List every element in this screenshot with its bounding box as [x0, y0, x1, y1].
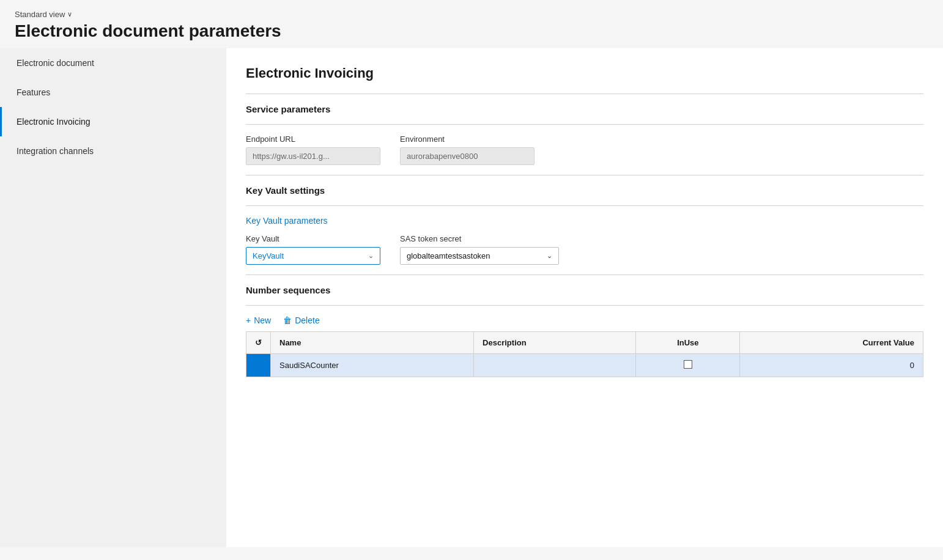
- description-column-header: Description: [474, 332, 636, 354]
- key-vault-settings-title: Key Vault settings: [246, 185, 923, 196]
- number-sequences-table: ↺ Name Description InUse Current Value S…: [246, 331, 923, 377]
- page-title: Electronic document parameters: [15, 21, 928, 41]
- chevron-down-icon: ∨: [67, 10, 72, 18]
- refresh-icon-header[interactable]: ↺: [246, 332, 271, 354]
- sas-token-dropdown[interactable]: globalteamtestsastoken ⌄: [400, 247, 559, 265]
- key-vault-dropdown[interactable]: KeyVault ⌄: [246, 247, 380, 265]
- inuse-cell[interactable]: [636, 354, 740, 377]
- endpoint-url-label: Endpoint URL: [246, 134, 380, 144]
- divider-3: [246, 175, 923, 175]
- number-sequences-title: Number sequences: [246, 285, 923, 295]
- inuse-column-header: InUse: [636, 332, 740, 354]
- sidebar-item-electronic-document[interactable]: Electronic document: [0, 48, 226, 78]
- standard-view[interactable]: Standard view ∨: [15, 10, 928, 19]
- sas-token-dropdown-value: globalteamtestsastoken: [407, 251, 490, 260]
- sas-token-group: SAS token secret globalteamtestsastoken …: [400, 234, 559, 265]
- current-value-column-header: Current Value: [740, 332, 923, 354]
- sidebar: Electronic documentFeaturesElectronic In…: [0, 48, 226, 547]
- divider-4: [246, 205, 923, 206]
- current-value-cell: 0: [740, 354, 923, 377]
- number-sequences-toolbar: + New 🗑 Delete: [246, 315, 923, 325]
- standard-view-label: Standard view: [15, 10, 65, 19]
- key-vault-chevron-icon: ⌄: [368, 252, 374, 260]
- delete-button-label: Delete: [295, 315, 319, 325]
- page-header: Standard view ∨ Electronic document para…: [0, 0, 943, 48]
- environment-label: Environment: [400, 134, 534, 144]
- sidebar-item-electronic-invoicing[interactable]: Electronic Invoicing: [0, 107, 226, 136]
- new-button-label: New: [254, 315, 271, 325]
- key-vault-group: Key Vault KeyVault ⌄: [246, 234, 380, 265]
- key-vault-dropdown-value: KeyVault: [253, 251, 284, 260]
- number-sequences-section: Number sequences + New 🗑 Delete ↺ Name: [246, 285, 923, 377]
- divider-2: [246, 124, 923, 125]
- divider-6: [246, 305, 923, 306]
- name-column-header: Name: [271, 332, 474, 354]
- content-area: Electronic Invoicing Service parameters …: [226, 48, 943, 547]
- divider-5: [246, 274, 923, 275]
- sidebar-item-features[interactable]: Features: [0, 78, 226, 107]
- service-params-row: Endpoint URL https://gw.us-il201.g... En…: [246, 134, 923, 165]
- key-vault-label: Key Vault: [246, 234, 380, 243]
- environment-group: Environment aurorabapenve0800: [400, 134, 534, 165]
- environment-input: aurorabapenve0800: [400, 147, 534, 165]
- trash-icon: 🗑: [283, 315, 292, 325]
- name-cell: SaudiSACounter: [271, 354, 474, 377]
- main-layout: Electronic documentFeaturesElectronic In…: [0, 48, 943, 547]
- delete-button[interactable]: 🗑 Delete: [283, 315, 319, 325]
- sas-token-label: SAS token secret: [400, 234, 559, 243]
- endpoint-url-input: https://gw.us-il201.g...: [246, 147, 380, 165]
- new-button[interactable]: + New: [246, 315, 271, 325]
- section-title: Electronic Invoicing: [246, 65, 923, 81]
- sas-token-chevron-icon: ⌄: [547, 252, 552, 260]
- row-selection-bar: [246, 354, 271, 377]
- description-cell: [474, 354, 636, 377]
- endpoint-url-group: Endpoint URL https://gw.us-il201.g...: [246, 134, 380, 165]
- divider-1: [246, 94, 923, 94]
- table-row[interactable]: SaudiSACounter0: [246, 354, 923, 377]
- plus-icon: +: [246, 315, 251, 325]
- key-vault-parameters-link[interactable]: Key Vault parameters: [246, 216, 328, 226]
- inuse-checkbox[interactable]: [684, 360, 692, 369]
- sidebar-item-integration-channels[interactable]: Integration channels: [0, 136, 226, 166]
- key-vault-row: Key Vault KeyVault ⌄ SAS token secret gl…: [246, 234, 923, 265]
- service-parameters-title: Service parameters: [246, 104, 923, 114]
